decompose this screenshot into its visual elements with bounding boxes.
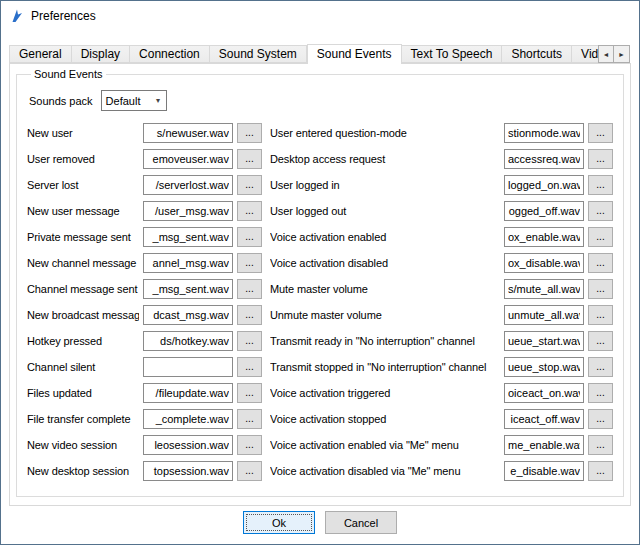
sound-file-input[interactable] — [504, 305, 584, 325]
sound-file-input[interactable] — [504, 383, 584, 403]
sound-file-input[interactable] — [504, 227, 584, 247]
sound-event-row: Unmute master volume... — [270, 305, 613, 325]
sound-file-input[interactable] — [504, 357, 584, 377]
browse-button[interactable]: ... — [588, 305, 613, 325]
sound-event-row: New channel message... — [27, 253, 262, 273]
browse-button[interactable]: ... — [237, 435, 262, 455]
app-icon — [9, 8, 25, 24]
sound-event-row: Voice activation enabled... — [270, 227, 613, 247]
sound-file-input[interactable] — [143, 253, 233, 273]
sound-event-label: Voice activation triggered — [270, 387, 500, 399]
sound-event-label: User logged in — [270, 179, 500, 191]
sound-file-input[interactable] — [143, 461, 233, 481]
sound-event-label: New channel message — [27, 257, 139, 269]
sound-event-label: New user — [27, 127, 139, 139]
tab-scroll-right-button[interactable]: ► — [614, 45, 630, 63]
sound-event-label: New video session — [27, 439, 139, 451]
sound-file-input[interactable] — [143, 279, 233, 299]
sound-event-label: User entered question-mode — [270, 127, 500, 139]
tab-text-to-speech[interactable]: Text To Speech — [402, 45, 503, 63]
browse-button[interactable]: ... — [588, 383, 613, 403]
browse-button[interactable]: ... — [588, 201, 613, 221]
tab-display[interactable]: Display — [72, 45, 130, 63]
sound-file-input[interactable] — [143, 123, 233, 143]
sound-file-input[interactable] — [143, 357, 233, 377]
sound-file-input[interactable] — [143, 435, 233, 455]
sound-event-label: Hotkey pressed — [27, 335, 139, 347]
sound-file-input[interactable] — [143, 149, 233, 169]
sound-file-input[interactable] — [504, 149, 584, 169]
sound-file-input[interactable] — [143, 383, 233, 403]
sound-event-row: Voice activation stopped... — [270, 409, 613, 429]
ok-button[interactable]: Ok — [243, 511, 315, 534]
sound-event-label: New desktop session — [27, 465, 139, 477]
browse-button[interactable]: ... — [588, 175, 613, 195]
browse-button[interactable]: ... — [237, 123, 262, 143]
sound-event-row: Channel silent... — [27, 357, 262, 377]
sound-event-row: Desktop access request... — [270, 149, 613, 169]
browse-button[interactable]: ... — [237, 357, 262, 377]
tab-sound-system[interactable]: Sound System — [210, 45, 307, 63]
sound-file-input[interactable] — [504, 461, 584, 481]
sound-event-label: Server lost — [27, 179, 139, 191]
cancel-button[interactable]: Cancel — [325, 511, 397, 534]
browse-button[interactable]: ... — [237, 253, 262, 273]
sound-file-input[interactable] — [143, 227, 233, 247]
sound-file-input[interactable] — [504, 201, 584, 221]
browse-button[interactable]: ... — [237, 279, 262, 299]
browse-button[interactable]: ... — [237, 149, 262, 169]
sound-event-label: Private message sent — [27, 231, 139, 243]
sound-event-row: Voice activation triggered... — [270, 383, 613, 403]
browse-button[interactable]: ... — [588, 279, 613, 299]
tab-shortcuts[interactable]: Shortcuts — [502, 45, 572, 63]
tab-scroll-control: ◄ ► — [598, 45, 630, 63]
sound-file-input[interactable] — [143, 175, 233, 195]
browse-button[interactable]: ... — [588, 227, 613, 247]
browse-button[interactable]: ... — [237, 175, 262, 195]
sound-event-row: User entered question-mode... — [270, 123, 613, 143]
browse-button[interactable]: ... — [237, 227, 262, 247]
sound-events-tab-page: Sound Events Sounds pack Default ▾ New u… — [9, 63, 631, 506]
sound-event-row: New video session... — [27, 435, 262, 455]
browse-button[interactable]: ... — [588, 409, 613, 429]
browse-button[interactable]: ... — [588, 149, 613, 169]
tab-scroll-left-button[interactable]: ◄ — [598, 45, 614, 63]
sounds-pack-select[interactable]: Default ▾ — [101, 90, 167, 111]
sound-file-input[interactable] — [504, 123, 584, 143]
browse-button[interactable]: ... — [237, 201, 262, 221]
tab-general[interactable]: General — [9, 45, 72, 63]
sound-event-row: Voice activation enabled via "Me" menu..… — [270, 435, 613, 455]
browse-button[interactable]: ... — [237, 305, 262, 325]
sound-file-input[interactable] — [143, 305, 233, 325]
titlebar[interactable]: Preferences — [1, 1, 639, 31]
sound-event-columns: New user...User removed...Server lost...… — [27, 123, 613, 481]
sound-event-label: File transfer complete — [27, 413, 139, 425]
browse-button[interactable]: ... — [588, 123, 613, 143]
browse-button[interactable]: ... — [588, 461, 613, 481]
sound-event-row: User removed... — [27, 149, 262, 169]
browse-button[interactable]: ... — [588, 331, 613, 351]
sound-event-row: File transfer complete... — [27, 409, 262, 429]
sound-file-input[interactable] — [143, 201, 233, 221]
browse-button[interactable]: ... — [237, 409, 262, 429]
browse-button[interactable]: ... — [237, 383, 262, 403]
sound-file-input[interactable] — [504, 175, 584, 195]
sound-file-input[interactable] — [504, 435, 584, 455]
sound-file-input[interactable] — [504, 253, 584, 273]
sound-event-row: Transmit stopped in "No interruption" ch… — [270, 357, 613, 377]
sound-event-row: Voice activation disabled... — [270, 253, 613, 273]
browse-button[interactable]: ... — [588, 357, 613, 377]
sounds-pack-row: Sounds pack Default ▾ — [29, 90, 613, 111]
tab-sound-events[interactable]: Sound Events — [307, 44, 402, 64]
sound-event-row: User logged out... — [270, 201, 613, 221]
browse-button[interactable]: ... — [588, 435, 613, 455]
browse-button[interactable]: ... — [237, 461, 262, 481]
sound-file-input[interactable] — [143, 409, 233, 429]
tab-connection[interactable]: Connection — [130, 45, 210, 63]
sound-file-input[interactable] — [504, 331, 584, 351]
sound-file-input[interactable] — [504, 409, 584, 429]
browse-button[interactable]: ... — [588, 253, 613, 273]
sound-file-input[interactable] — [504, 279, 584, 299]
sound-file-input[interactable] — [143, 331, 233, 351]
browse-button[interactable]: ... — [237, 331, 262, 351]
